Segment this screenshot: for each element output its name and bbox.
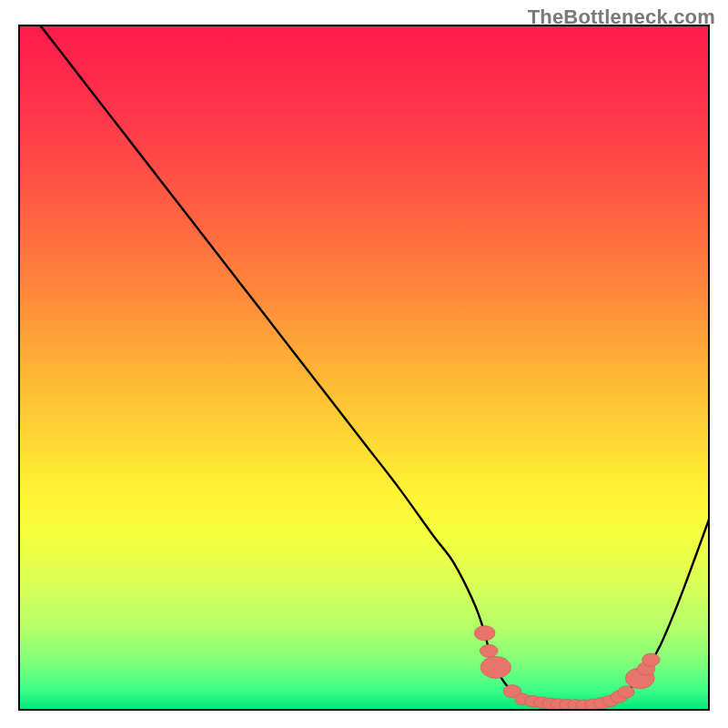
marker-dot — [480, 644, 498, 657]
marker-dot — [480, 656, 511, 678]
marker-dot — [474, 626, 495, 641]
watermark-text: TheBottleneck.com — [528, 5, 715, 29]
chart-stage: TheBottleneck.com — [0, 0, 728, 728]
gradient-background — [19, 25, 709, 710]
bottleneck-chart — [0, 0, 728, 728]
marker-dot — [642, 653, 660, 666]
marker-dot — [618, 686, 634, 698]
